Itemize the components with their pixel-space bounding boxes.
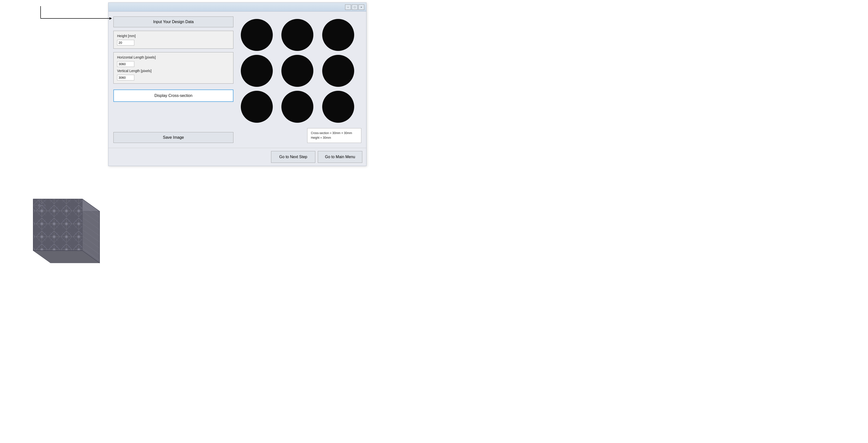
left-decoration-area: [0, 0, 118, 443]
cross-section-info-box: Cross-section = 30mm × 30mm Height = 30m…: [307, 128, 361, 143]
circle-7: [241, 91, 273, 123]
right-preview-panel: Cross-section = 30mm × 30mm Height = 30m…: [238, 17, 361, 143]
circle-8: [281, 91, 313, 123]
height-input[interactable]: [117, 40, 134, 45]
circle-grid: [238, 17, 361, 125]
maximize-button[interactable]: □: [352, 4, 358, 10]
circle-2: [281, 19, 313, 51]
circle-1: [241, 19, 273, 51]
horizontal-length-label: Horizontal Length [pixels]: [117, 55, 230, 59]
height-label: Height [mm]: [117, 34, 230, 38]
circle-6: [322, 55, 354, 87]
main-window: − □ × Input Your Design Data Height [mm]…: [108, 2, 367, 166]
height-input-group: Height [mm]: [114, 31, 234, 49]
minimize-button[interactable]: −: [345, 4, 351, 10]
circle-3: [322, 19, 354, 51]
pixel-dimensions-group: Horizontal Length [pixels] Vertical Leng…: [114, 52, 234, 84]
display-cross-section-button[interactable]: Display Cross-section: [114, 90, 234, 102]
vertical-length-input[interactable]: [117, 75, 134, 81]
go-to-main-menu-button[interactable]: Go to Main Menu: [318, 151, 362, 163]
circle-4: [241, 55, 273, 87]
close-button[interactable]: ×: [359, 4, 364, 10]
info-line-1: Cross-section = 30mm × 30mm: [311, 131, 358, 135]
3d-cube-image: [11, 177, 107, 280]
go-to-next-step-button[interactable]: Go to Next Step: [271, 151, 315, 163]
window-body: Input Your Design Data Height [mm] Horiz…: [108, 11, 366, 148]
circle-5: [281, 55, 313, 87]
save-image-button[interactable]: Save Image: [114, 132, 234, 143]
svg-marker-2: [110, 17, 112, 20]
svg-rect-26: [33, 199, 83, 251]
left-input-panel: Input Your Design Data Height [mm] Horiz…: [114, 17, 234, 143]
horizontal-length-input[interactable]: [117, 61, 134, 67]
vertical-length-label: Vertical Length [pixels]: [117, 69, 230, 73]
arrow-indicator: [38, 4, 112, 23]
info-line-2: Height = 30mm: [311, 135, 358, 140]
bottom-navigation-bar: Go to Next Step Go to Main Menu: [108, 148, 366, 166]
input-design-data-button[interactable]: Input Your Design Data: [114, 17, 234, 27]
circle-9: [322, 91, 354, 123]
title-bar: − □ ×: [108, 3, 366, 11]
